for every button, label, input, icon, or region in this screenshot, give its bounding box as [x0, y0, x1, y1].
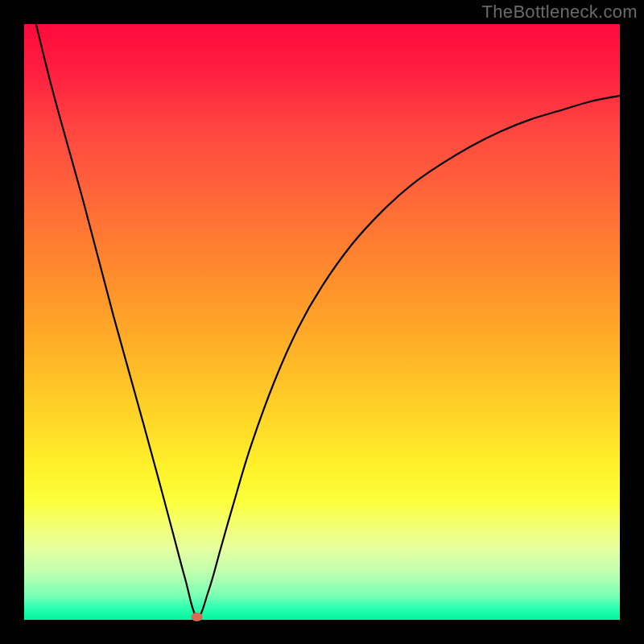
chart-frame: TheBottleneck.com	[0, 0, 644, 644]
plot-area	[24, 24, 620, 620]
watermark-text: TheBottleneck.com	[482, 2, 638, 23]
min-marker	[192, 613, 203, 621]
bottleneck-curve	[36, 24, 620, 617]
chart-svg	[24, 24, 620, 620]
